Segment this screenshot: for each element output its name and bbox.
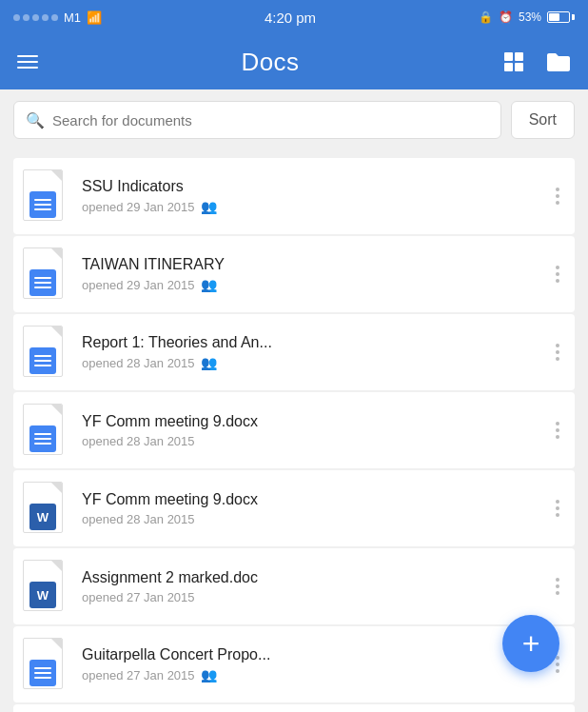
- doc-meta: opened 27 Jan 2015: [82, 590, 550, 604]
- doc-info: YF Comm meeting 9.docxopened 28 Jan 2015: [82, 491, 550, 526]
- doc-opened-date: opened 29 Jan 2015: [82, 278, 195, 292]
- doc-meta: opened 29 Jan 2015👥: [82, 277, 550, 292]
- svg-rect-0: [504, 52, 513, 61]
- status-time: 4:20 pm: [265, 10, 316, 26]
- carrier-name: M1: [64, 10, 81, 25]
- doc-opened-date: opened 27 Jan 2015: [82, 668, 195, 682]
- list-item[interactable]: WYF Comm meeting 9.docxopened 28 Jan 201…: [13, 470, 575, 546]
- grid-icon: [502, 50, 525, 73]
- doc-meta: opened 28 Jan 2015: [82, 434, 550, 448]
- doc-opened-date: opened 28 Jan 2015: [82, 356, 195, 370]
- doc-name: SSU Indicators: [82, 178, 550, 195]
- doc-info: TAIWAN ITINERARYopened 29 Jan 2015👥: [82, 256, 550, 292]
- doc-file-icon: W: [23, 482, 69, 535]
- doc-info: Assignment 2 marked.docopened 27 Jan 201…: [82, 569, 550, 604]
- page-title: Docs: [241, 48, 299, 77]
- folder-view-button[interactable]: [546, 51, 571, 72]
- doc-info: Report 1: Theories and An...opened 28 Ja…: [82, 334, 550, 370]
- doc-opened-date: opened 28 Jan 2015: [82, 512, 195, 526]
- plus-icon: +: [522, 628, 540, 659]
- list-item[interactable]: Guitarpella Concert Propo...opened 27 Ja…: [13, 626, 575, 702]
- add-document-button[interactable]: +: [502, 615, 559, 672]
- signal-dot-4: [42, 14, 49, 21]
- grid-view-button[interactable]: [502, 50, 525, 73]
- doc-name: YF Comm meeting 9.docx: [82, 491, 550, 508]
- doc-opened-date: opened 27 Jan 2015: [82, 590, 195, 604]
- lock-icon: 🔒: [479, 10, 493, 24]
- header-icons: [502, 50, 571, 73]
- list-item[interactable]: Report 1: Theories and An...opened 28 Ja…: [13, 314, 575, 390]
- doc-more-button[interactable]: [550, 496, 565, 521]
- alarm-icon: ⏰: [499, 10, 513, 24]
- shared-icon: 👥: [201, 277, 217, 292]
- shared-icon: 👥: [201, 355, 217, 370]
- doc-file-icon: [23, 326, 69, 379]
- app-header: Docs: [0, 34, 588, 89]
- svg-rect-1: [515, 52, 523, 61]
- doc-file-icon: [23, 404, 69, 457]
- doc-more-button[interactable]: [550, 184, 565, 208]
- doc-name: Guitarpella Concert Propo...: [82, 646, 550, 663]
- doc-info: Guitarpella Concert Propo...opened 27 Ja…: [82, 646, 550, 682]
- search-icon: 🔍: [26, 111, 45, 129]
- doc-info: YF Comm meeting 9.docxopened 28 Jan 2015: [82, 413, 550, 448]
- battery-percent: 53%: [519, 10, 541, 24]
- status-left: M1 📶: [13, 10, 102, 25]
- battery-icon: [547, 11, 575, 23]
- doc-more-button[interactable]: [550, 574, 565, 599]
- signal-dots: [13, 14, 58, 21]
- doc-file-icon: [23, 169, 69, 223]
- doc-name: YF Comm meeting 9.docx: [82, 413, 550, 430]
- doc-meta: opened 29 Jan 2015👥: [82, 199, 550, 214]
- shared-icon: 👥: [201, 199, 217, 214]
- status-bar: M1 📶 4:20 pm 🔒 ⏰ 53%: [0, 0, 588, 34]
- doc-name: TAIWAN ITINERARY: [82, 256, 550, 273]
- search-sort-bar: 🔍 Sort: [0, 89, 588, 150]
- doc-meta: opened 28 Jan 2015👥: [82, 355, 550, 370]
- menu-button[interactable]: [17, 55, 38, 69]
- doc-opened-date: opened 28 Jan 2015: [82, 434, 195, 448]
- doc-name: Assignment 2 marked.doc: [82, 569, 550, 586]
- doc-info: SSU Indicatorsopened 29 Jan 2015👥: [82, 178, 550, 214]
- list-item[interactable]: YF Comm meeting 9.docxopened 28 Jan 2015: [13, 392, 575, 468]
- signal-dot-1: [13, 14, 20, 21]
- doc-more-button[interactable]: [550, 262, 565, 287]
- search-box: 🔍: [13, 101, 501, 139]
- signal-dot-5: [51, 14, 58, 21]
- list-item[interactable]: TAIWAN ITINERARYopened 29 Jan 2015👥: [13, 236, 575, 312]
- svg-rect-3: [515, 63, 523, 71]
- doc-name: Report 1: Theories and An...: [82, 334, 550, 351]
- document-list: SSU Indicatorsopened 29 Jan 2015👥TAIWAN …: [0, 150, 588, 712]
- doc-file-icon: [23, 638, 69, 691]
- doc-meta: opened 28 Jan 2015: [82, 512, 550, 526]
- folder-icon: [546, 51, 571, 72]
- signal-dot-2: [23, 14, 29, 21]
- doc-opened-date: opened 29 Jan 2015: [82, 200, 195, 214]
- list-item[interactable]: SSU Indicatorsopened 29 Jan 2015👥: [13, 158, 575, 234]
- search-input[interactable]: [52, 112, 489, 129]
- shared-icon: 👥: [201, 667, 217, 682]
- doc-file-icon: W: [23, 560, 69, 613]
- svg-rect-2: [504, 63, 513, 71]
- wifi-icon: 📶: [87, 10, 102, 25]
- sort-button[interactable]: Sort: [511, 101, 575, 139]
- list-item[interactable]: Laser Tag Taiwan Trip 030opened 27 Jan 2…: [13, 704, 575, 712]
- signal-dot-3: [32, 14, 39, 21]
- status-right: 🔒 ⏰ 53%: [479, 10, 575, 24]
- list-item[interactable]: WAssignment 2 marked.docopened 27 Jan 20…: [13, 548, 575, 624]
- doc-more-button[interactable]: [550, 418, 565, 443]
- doc-more-button[interactable]: [550, 340, 565, 365]
- doc-meta: opened 27 Jan 2015👥: [82, 667, 550, 682]
- doc-file-icon: [23, 247, 69, 301]
